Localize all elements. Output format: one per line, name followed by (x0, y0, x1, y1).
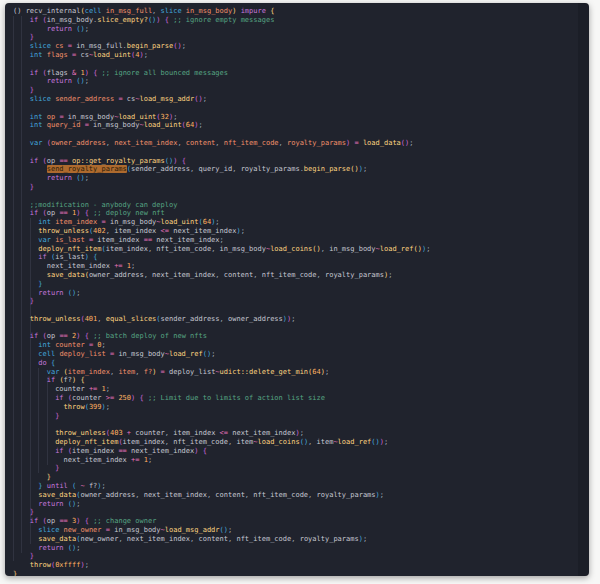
token: ; (85, 561, 89, 569)
token: if (30, 69, 43, 77)
token: 250 (118, 394, 131, 402)
code-line: cell deploy_list = in_msg_body~load_ref(… (13, 350, 589, 359)
token: is_last (55, 236, 89, 244)
token: { (93, 253, 97, 261)
token: load_data (363, 139, 401, 147)
code-line: return (); (13, 77, 589, 86)
token: ; (363, 165, 367, 173)
token: 64 (186, 121, 194, 129)
token (13, 385, 55, 393)
token: ; (215, 218, 219, 226)
token: in_msg_body (114, 526, 160, 534)
token: op::get_royalty_params (72, 157, 165, 165)
token: cell (85, 7, 106, 15)
code-line: int flags = cs~load_uint(4); (13, 51, 589, 60)
code-line: return (); (13, 500, 589, 509)
code-line: deploy_nft_item(item_index, nft_item_cod… (13, 245, 589, 254)
token: ; (102, 482, 106, 490)
token: = (354, 139, 362, 147)
token: == (59, 332, 72, 340)
code-line: return (); (13, 25, 589, 34)
token (13, 412, 55, 420)
token: impure (241, 7, 271, 15)
token: ; (85, 174, 89, 182)
token (13, 482, 38, 490)
token: { (182, 157, 186, 165)
token: item_index (97, 236, 143, 244)
token: ; (102, 341, 106, 349)
token: op (47, 517, 60, 525)
token: new_owner (64, 526, 106, 534)
token (13, 517, 30, 525)
token (13, 113, 30, 121)
token: item_index (123, 438, 165, 446)
token: load_msg_addr (165, 526, 220, 534)
token: if (30, 157, 43, 165)
token: begin_parse (304, 165, 350, 173)
code-line: throw_unless(401, equal_slices(sender_ad… (13, 315, 589, 324)
token: 399 (89, 403, 102, 411)
token: is_last (55, 253, 85, 261)
token: var (38, 236, 55, 244)
token (13, 95, 30, 103)
token: ; (388, 271, 392, 279)
token: load_ref (380, 245, 414, 253)
token: royalty_params (241, 165, 300, 173)
token (13, 535, 38, 543)
token: counter (55, 385, 89, 393)
token: == (59, 157, 72, 165)
code-line: if (op == op::get_royalty_params()) { (13, 157, 589, 166)
token: ; (220, 236, 224, 244)
token: } (55, 412, 59, 420)
token: } (30, 86, 34, 94)
token: nft_item_code (173, 438, 228, 446)
code-line: } (13, 570, 589, 576)
code-line (13, 148, 589, 157)
token: next_item_index (131, 447, 194, 455)
token (13, 552, 30, 560)
token: deploy_list (169, 368, 215, 376)
token (13, 289, 38, 297)
token: if (38, 253, 51, 261)
token: load_ref (338, 438, 372, 446)
token (13, 201, 30, 209)
token (13, 245, 38, 253)
token: next_item_index (156, 236, 219, 244)
token: int (30, 113, 47, 121)
token: ; (144, 51, 148, 59)
token (13, 280, 38, 288)
token: ; (409, 139, 413, 147)
token: royalty_params (317, 491, 376, 499)
token: item_index (106, 245, 148, 253)
token: in_msg_body (110, 218, 156, 226)
code-line: } (13, 280, 589, 289)
token: } (30, 508, 34, 516)
code-line: int query_id = in_msg_body~load_uint(64)… (13, 121, 589, 130)
token (13, 350, 38, 358)
token: 403 (110, 429, 127, 437)
token: in_msg_body (68, 113, 114, 121)
code-line: if (counter >= 250) { ;; Limit due to li… (13, 394, 589, 403)
token: next_item_index (114, 139, 177, 147)
token: ~ (80, 482, 88, 490)
token: load_coins (258, 438, 300, 446)
token: item_index (55, 218, 101, 226)
token: } (30, 33, 34, 41)
code-line: } (13, 33, 589, 42)
token: 402 (93, 227, 106, 235)
token (13, 491, 38, 499)
token: item_index (114, 227, 160, 235)
code-line: if (is_last) { (13, 253, 589, 262)
token: ; (291, 315, 295, 323)
token: ; (76, 544, 80, 552)
token: if (55, 394, 68, 402)
token: slice (161, 7, 186, 15)
token: } (13, 570, 17, 576)
token: item_index (173, 429, 219, 437)
token: = (59, 113, 67, 121)
token: ; (363, 535, 367, 543)
token: 0xffff (55, 561, 80, 569)
code-editor-surface[interactable]: () recv_internal(cell in_msg_full, slice… (5, 3, 589, 576)
code-line: save_data(new_owner, next_item_index, co… (13, 535, 589, 544)
token: return (38, 289, 68, 297)
